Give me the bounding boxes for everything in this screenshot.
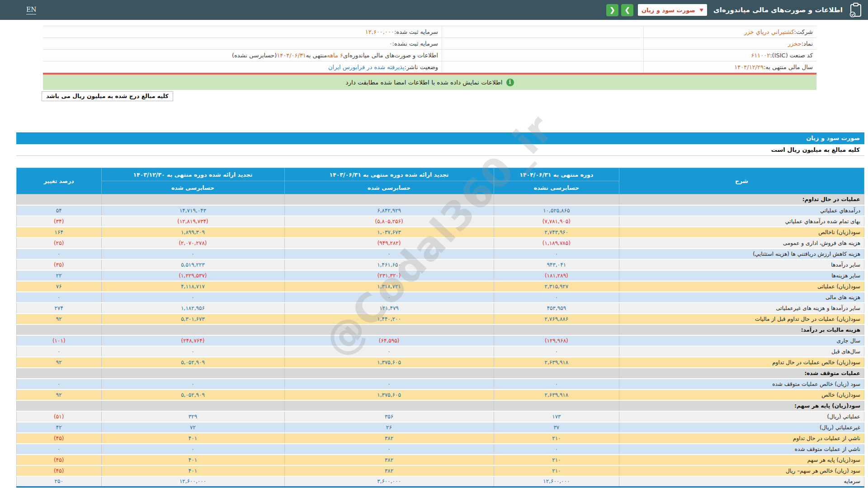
cell-value: ۳۸۲: [284, 455, 494, 465]
cell-value: ۲۱۰: [494, 465, 619, 476]
company-info: شرکت: کشتیراني درياي خزرسرمایه ثبت شده: …: [43, 26, 816, 73]
cell-value: ۰: [17, 379, 102, 389]
info-label: سال مالی منتهی به:: [764, 64, 813, 70]
banner-text: اطلاعات نمایش داده شده با اطلاعات امضا ش…: [345, 79, 502, 86]
next-statement-button[interactable]: ❯: [621, 4, 633, 16]
row-label: سال جاری: [619, 335, 864, 346]
row-label: سود(زیان) ناخالص: [619, 227, 864, 238]
cell-value: ۲,۶۳۹,۹۱۸: [494, 389, 619, 400]
cell-value: [284, 400, 494, 411]
cell-value: ۳,۶۰۰,۰۰۰: [284, 476, 494, 487]
row-label: سرمایه: [619, 476, 864, 487]
table-row: بهای تمام شده درآمدهاي عملیاتي(۷,۷۸۱,۹۰۵…: [17, 216, 864, 227]
header-period-restated-year: تجدید ارائه شده دوره منتهی به ۱۴۰۳/۱۲/۳۰: [101, 168, 284, 181]
table-row: ناشي از عملیات در حال تداوم۲۱۰۳۸۲۴۰۱(۴۵): [17, 433, 864, 444]
row-label: غیرعملیاتي (ریال): [619, 422, 864, 433]
cell-value: ۰: [284, 444, 494, 455]
info-icon: i: [506, 79, 514, 86]
cell-value: ۱,۴۶۱,۶۵۰: [284, 259, 494, 270]
table-row: سایر درآمدها و هزینه های غیرعملیاتی۴۵۳,۹…: [17, 303, 864, 314]
info-cell: کد صنعت (ISIC): ۶۱۱۰۰۲: [643, 50, 816, 61]
info-value: ۰: [389, 40, 392, 47]
cell-value: ۷۶: [17, 281, 102, 292]
cell-value: [284, 194, 494, 205]
cell-value: ۰: [17, 249, 102, 259]
cell-value: ۱,۴۴۰,۲۰۰: [284, 314, 494, 324]
row-label: درآمدهاي عملیاتي: [619, 205, 864, 216]
cell-value: ۱۴,۷۱۹,۰۴۳: [101, 205, 284, 216]
page-title: اطلاعات و صورت‌های مالی میاندوره‌ای: [713, 6, 843, 14]
cell-value: (۴۵): [17, 455, 102, 465]
prev-statement-button[interactable]: ❮: [606, 4, 618, 16]
cell-value: ۵,۵۱۹,۲۲۳: [101, 259, 284, 270]
cell-value: ۰: [284, 292, 494, 303]
table-row: سود(زیان) عملیات در حال تداوم قبل از مال…: [17, 314, 864, 324]
cell-value: ۹۴۳,۰۴۱: [494, 259, 619, 270]
info-label: سرمایه ثبت شده:: [394, 28, 438, 35]
header-audit-restated-year: حسابرسی شده: [101, 181, 284, 194]
cell-value: ۴۲: [17, 422, 102, 433]
info-label: وضعیت ناشر:: [405, 64, 438, 70]
cell-value: ۰: [494, 249, 619, 259]
cell-value: ۱,۱۸۲,۹۵۶: [101, 303, 284, 314]
cell-value: ۰: [101, 444, 284, 455]
dropdown-selected-value: صورت سود و زیان: [642, 7, 695, 14]
cell-value: ۳۸۲: [284, 433, 494, 444]
row-label: سود(زیان) عملیات در حال تداوم قبل از مال…: [619, 314, 864, 324]
cell-value: [17, 368, 102, 379]
cell-value: ۹۲: [17, 357, 102, 368]
info-value: پذیرفته شده در فرابورس ایران: [328, 64, 405, 70]
info-row: کد صنعت (ISIC): ۶۱۱۰۰۲اطلاعات و صورت‌های…: [43, 50, 816, 61]
cell-value: ۰: [101, 346, 284, 357]
table-row: هزینه کاهش ارزش دریافتني ها (هزینه استثن…: [17, 249, 864, 259]
info-cell: سال مالی منتهی به: ۱۴۰۴/۱۲/۲۹: [643, 61, 816, 73]
clipboard-report-icon: [849, 3, 863, 17]
row-label: سود(زیان) عملیاتی: [619, 281, 864, 292]
row-label: سود (زیان) خالص هر سهم– ریال: [619, 465, 864, 476]
cell-value: ۰: [494, 379, 619, 389]
cell-value: ۱,۸۹۹,۳۰۹: [101, 227, 284, 238]
cell-value: ۱۲۱,۴۷۹: [284, 303, 494, 314]
row-label: هزینه های فروش، اداری و عمومی: [619, 238, 864, 249]
cell-value: ۴۰۱: [101, 433, 284, 444]
table-row: ناشي از عملیات متوقف شده۰۰۰۰: [17, 444, 864, 455]
info-row: شرکت: کشتیراني درياي خزرسرمایه ثبت شده: …: [43, 26, 816, 38]
info-value: ۶۱۱۰۰۲: [751, 52, 770, 59]
info-value: ۱۴۰۴/۰۶/۳۱: [277, 52, 306, 59]
table-row: سود(زیان) عملیاتی۲,۳۱۵,۹۲۷۱,۳۱۸,۷۲۱۴,۱۱۸…: [17, 281, 864, 292]
cell-value: ۰: [284, 379, 494, 389]
cell-value: ۱۶۴: [17, 227, 102, 238]
table-row: سایر درآمدها۹۴۳,۰۴۱۱,۴۶۱,۶۵۰۵,۵۱۹,۲۲۳(۳۵…: [17, 259, 864, 270]
cell-value: ۲۲: [17, 270, 102, 281]
statement-subtitle: کلیه مبالغ به میلیون ریال است: [16, 144, 864, 156]
table-row: سرمایه۱۲,۶۰۰,۰۰۰۳,۶۰۰,۰۰۰۱۲,۶۰۰,۰۰۰۲۵۰: [17, 476, 864, 487]
info-value: ۱۴۰۴/۱۲/۲۹: [734, 64, 764, 70]
cell-value: (۲,۰۷۰,۲۷۸): [101, 238, 284, 249]
cell-value: ۷۲: [101, 422, 284, 433]
cell-value: ۲,۳۱۵,۹۲۷: [494, 281, 619, 292]
statement-dropdown[interactable]: ▼ صورت سود و زیان: [638, 4, 707, 16]
table-row: سود(زیان) پایه هر سهم۲۱۰۳۸۲۴۰۱(۴۵): [17, 455, 864, 465]
cell-value: ۳۸۲: [284, 465, 494, 476]
cell-value: [494, 194, 619, 205]
table-row: سود (زیان) خالص هر سهم– ریال۲۱۰۳۸۲۴۰۱(۴۵…: [17, 465, 864, 476]
info-value: حخزر: [788, 40, 802, 47]
chevron-down-icon: ▼: [700, 8, 703, 12]
income-statement-table: شرح دوره منتهی به ۱۴۰۴/۰۶/۳۱ تجدید ارائه…: [16, 168, 864, 488]
info-cell: وضعیت ناشر: پذیرفته شده در فرابورس ایران: [43, 61, 442, 73]
language-switch-link[interactable]: EN: [26, 6, 36, 14]
cell-value: [17, 324, 102, 335]
cell-value: ۱۰,۵۲۵,۸۶۵: [494, 205, 619, 216]
section-row: عملیات متوقف شده:: [17, 368, 864, 379]
cell-value: (۱۲۹,۹۶۸): [494, 335, 619, 346]
info-cell: شرکت: کشتیراني درياي خزر: [643, 26, 816, 38]
cell-value: ۱,۳۷۵,۶۰۵: [284, 357, 494, 368]
cell-value: ۱,۳۱۸,۷۲۱: [284, 281, 494, 292]
cell-value: [494, 324, 619, 335]
info-value: ۶ ماهه: [327, 52, 343, 59]
section-row: هزینه مالیات بر درآمد:: [17, 324, 864, 335]
row-label: هزینه مالیات بر درآمد:: [619, 324, 864, 335]
info-row: سال مالی منتهی به: ۱۴۰۴/۱۲/۲۹وضعیت ناشر:…: [43, 61, 816, 73]
table-row: سال جاری(۱۲۹,۹۶۸)(۶۴,۵۹۵)(۲۴۸,۷۶۴)(۱۰۱): [17, 335, 864, 346]
cell-value: ۰: [284, 249, 494, 259]
